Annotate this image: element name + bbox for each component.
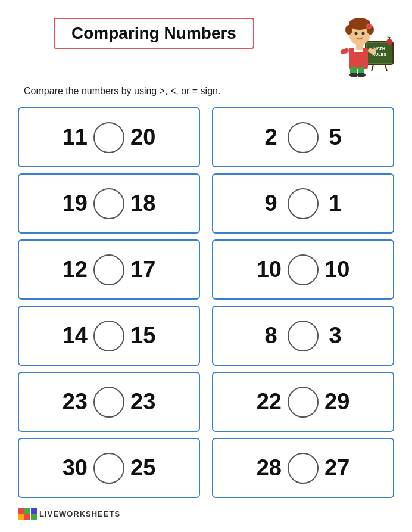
left-number-9: 22 — [257, 389, 282, 415]
problem-box-4: 1217 — [18, 239, 200, 300]
problem-box-8: 2323 — [18, 372, 200, 432]
right-number-7: 3 — [324, 323, 346, 349]
answer-circle-9[interactable] — [288, 387, 319, 418]
left-number-4: 12 — [63, 257, 88, 282]
svg-line-4 — [372, 64, 373, 71]
right-number-5: 10 — [324, 257, 349, 282]
title-box: Comparing Numbers — [54, 18, 254, 49]
right-number-2: 18 — [130, 191, 155, 216]
header-area: Comparing Numbers MATH RULES — [18, 12, 394, 77]
svg-point-12 — [345, 25, 352, 35]
left-number-3: 9 — [260, 191, 282, 216]
answer-circle-11[interactable] — [288, 453, 319, 484]
answer-circle-1[interactable] — [288, 122, 319, 153]
svg-point-22 — [357, 73, 366, 77]
right-number-0: 20 — [130, 125, 155, 150]
problem-box-3: 91 — [212, 173, 394, 234]
problem-box-0: 1120 — [18, 107, 200, 167]
svg-point-16 — [362, 32, 365, 35]
svg-line-24 — [389, 37, 390, 39]
svg-point-15 — [355, 32, 358, 35]
left-number-5: 10 — [257, 257, 282, 282]
answer-circle-6[interactable] — [93, 321, 124, 351]
answer-circle-5[interactable] — [288, 254, 319, 285]
problem-box-9: 2229 — [212, 372, 394, 432]
left-number-10: 30 — [63, 455, 88, 481]
svg-point-21 — [349, 73, 358, 77]
left-number-7: 8 — [260, 323, 282, 349]
right-number-8: 23 — [130, 389, 155, 415]
answer-circle-8[interactable] — [93, 387, 124, 418]
answer-circle-10[interactable] — [93, 453, 124, 484]
left-number-8: 23 — [63, 389, 88, 415]
brand-text: LIVEWORKSHEETS — [39, 509, 120, 518]
answer-circle-0[interactable] — [93, 122, 124, 153]
answer-circle-4[interactable] — [93, 254, 124, 285]
problem-box-5: 1010 — [212, 239, 394, 300]
problem-box-10: 3025 — [18, 438, 200, 498]
right-number-3: 1 — [324, 191, 346, 216]
right-number-1: 5 — [324, 125, 346, 150]
page-title: Comparing Numbers — [71, 24, 236, 42]
mascot-image: MATH RULES — [341, 12, 394, 77]
left-number-0: 11 — [63, 125, 88, 150]
footer: LIVEWORKSHEETS — [18, 508, 394, 520]
left-number-1: 2 — [260, 125, 282, 150]
right-number-4: 17 — [130, 257, 155, 282]
right-number-11: 27 — [324, 455, 349, 481]
problem-box-6: 1415 — [18, 306, 200, 366]
right-number-10: 25 — [130, 455, 155, 481]
problems-grid: 1120251918911217101014158323232229302528… — [18, 107, 394, 498]
left-number-11: 28 — [257, 455, 282, 481]
answer-circle-7[interactable] — [288, 321, 319, 351]
answer-circle-2[interactable] — [93, 188, 124, 219]
right-number-9: 29 — [324, 389, 349, 415]
svg-rect-17 — [341, 48, 349, 55]
problem-box-2: 1918 — [18, 173, 200, 234]
problem-box-11: 2827 — [212, 438, 394, 498]
svg-point-14 — [368, 25, 370, 27]
answer-circle-3[interactable] — [288, 188, 319, 219]
logo-squares — [18, 508, 37, 520]
svg-line-5 — [385, 64, 387, 71]
instruction-text: Compare the numbers by using >, <, or = … — [18, 86, 394, 97]
left-number-6: 14 — [63, 323, 88, 349]
right-number-6: 15 — [130, 323, 155, 349]
svg-point-23 — [386, 39, 392, 45]
brand-logo: LIVEWORKSHEETS — [18, 508, 120, 520]
problem-box-1: 25 — [212, 107, 394, 167]
problem-box-7: 83 — [212, 306, 394, 366]
left-number-2: 19 — [63, 191, 88, 216]
